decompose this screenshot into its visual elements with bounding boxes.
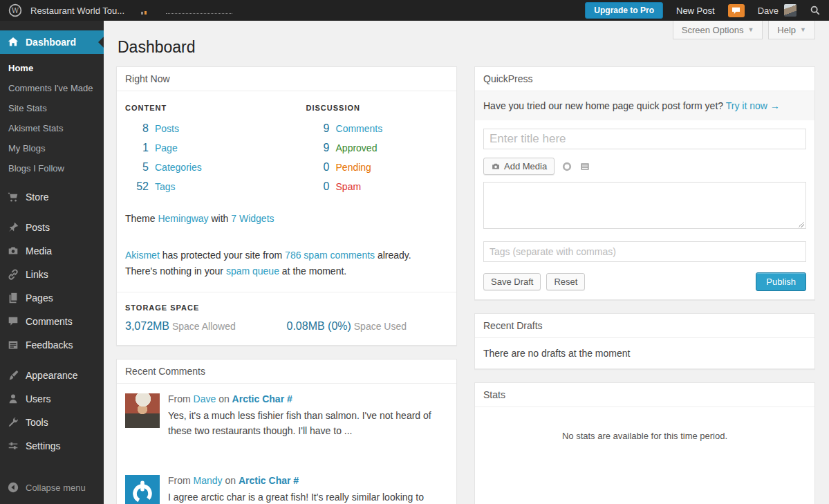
main-content: Screen Options ▼ Help ▼ Dashboard Right … [104,21,829,504]
notice-text: Have you tried our new home page quick p… [483,100,723,111]
notifications-speech-bubble-icon[interactable] [728,4,745,17]
sidebar-subitem-my-blogs[interactable]: My Blogs [0,138,104,158]
tags-link[interactable]: Tags [155,181,176,192]
recent-comments-widget: Recent Comments From Dave on Arctic Char… [116,359,457,504]
sidebar-item-pages[interactable]: Pages [0,286,104,310]
search-icon[interactable] [810,5,821,16]
wordpress-logo-icon[interactable]: W [8,3,22,17]
widgets-link[interactable]: 7 Widgets [231,213,274,224]
comment-on-label: on [218,393,230,404]
wrench-icon [7,416,19,429]
help-tab[interactable]: Help ▼ [768,21,815,39]
pending-link[interactable]: Pending [336,162,371,173]
commenter-avatar[interactable] [125,393,160,428]
comment-author-link[interactable]: Mandy [194,475,223,486]
reset-button[interactable]: Reset [546,273,585,290]
sidebar-item-posts[interactable]: Posts [0,216,104,239]
space-used-value[interactable]: 0.08MB (0%) [287,320,351,332]
post-content-textarea[interactable] [483,182,806,229]
right-now-widget: Right Now CONTENT 8 Posts 1 [116,66,457,346]
sidebar-item-tools[interactable]: Tools [0,411,104,434]
sidebar-item-appearance[interactable]: Appearance [0,364,104,387]
sidebar-item-comments[interactable]: Comments [0,310,104,333]
sidebar-item-label: Comments [26,316,73,327]
sidebar-item-label: Links [26,269,48,280]
pushpin-icon [7,221,19,234]
posts-count[interactable]: 8 [125,122,149,135]
sidebar-item-dashboard[interactable]: Dashboard [0,30,104,54]
sidebar-item-links[interactable]: Links [0,263,104,286]
comments-count[interactable]: 9 [306,122,330,135]
approved-count[interactable]: 9 [306,142,330,154]
sidebar-item-label: Feedbacks [26,339,73,351]
commenter-avatar[interactable] [125,475,160,504]
custom-form-icon[interactable] [579,161,590,172]
sidebar-item-label: Settings [26,440,61,451]
tags-count[interactable]: 52 [125,180,149,193]
sidebar-item-users[interactable]: Users [0,387,104,411]
user-name: Dave [758,6,779,16]
sidebar-item-label: Tools [26,417,48,428]
sidebar-item-settings[interactable]: Settings [0,434,104,458]
account-menu[interactable]: Dave [758,4,797,17]
stats-sparkline[interactable] [141,6,147,15]
comments-link[interactable]: Comments [336,123,383,134]
table-row: 0 Spam [306,177,448,196]
stats-empty-text: No stats are available for this time per… [475,407,814,504]
space-allowed-label: Space Allowed [172,321,236,332]
sidebar-subitem-home[interactable]: Home [0,58,104,78]
comment-author-link[interactable]: Dave [194,393,216,404]
posts-link[interactable]: Posts [155,123,179,134]
sidebar-item-media[interactable]: Media [0,239,104,263]
space-allowed-value[interactable]: 3,072MB [125,320,169,332]
user-avatar [784,4,797,17]
comment-post-link[interactable]: Arctic Char # [239,475,299,486]
upgrade-to-pro-button[interactable]: Upgrade to Pro [585,2,663,19]
sidebar-item-label: Appearance [26,370,78,381]
spam-queue-link[interactable]: spam queue [226,265,279,277]
comment-post-link[interactable]: Arctic Char # [232,393,292,404]
approved-link[interactable]: Approved [336,142,378,153]
pending-count[interactable]: 0 [306,161,330,174]
spam-comments-link[interactable]: 786 spam comments [285,250,375,261]
akismet-text: There's nothing in your [125,265,223,277]
spam-link[interactable]: Spam [336,181,362,192]
spam-count[interactable]: 0 [306,180,330,193]
sidebar-item-feedbacks[interactable]: Feedbacks [0,333,104,357]
akismet-link[interactable]: Akismet [125,250,160,261]
table-row: 8 Posts [125,119,306,138]
pages-link[interactable]: Page [155,142,178,153]
comment-item: From Mandy on Arctic Char # I agree arct… [117,465,456,504]
pages-count[interactable]: 1 [125,142,149,154]
site-name[interactable]: Restaurant World Tou... [30,6,124,16]
comment-from-label: From [168,475,191,486]
sidebar-subitem-site-stats[interactable]: Site Stats [0,98,104,118]
recent-drafts-empty-text: There are no drafts at the moment [475,338,814,368]
categories-link[interactable]: Categories [155,162,202,173]
post-tags-input[interactable] [483,241,806,262]
sidebar-item-label: Media [26,245,52,256]
comment-on-label: on [225,475,236,486]
try-it-now-link[interactable]: Try it now → [726,100,780,111]
screen-options-tab[interactable]: Screen Options ▼ [673,21,763,39]
sparkline-baseline [166,7,232,14]
add-media-button[interactable]: Add Media [483,158,555,175]
collapse-menu-button[interactable]: Collapse menu [0,476,104,499]
screen-options-label: Screen Options [682,21,744,39]
polls-icon[interactable] [561,161,572,172]
svg-text:W: W [12,6,19,15]
sidebar-item-store[interactable]: Store [0,185,104,209]
sidebar-subitem-comments-ive-made[interactable]: Comments I've Made [0,78,104,98]
new-post-link[interactable]: New Post [676,6,715,16]
widget-title: Recent Drafts [475,314,814,338]
publish-button[interactable]: Publish [756,272,806,291]
sidebar-subitem-akismet-stats[interactable]: Akismet Stats [0,118,104,138]
categories-count[interactable]: 5 [125,161,149,174]
post-title-input[interactable] [483,129,806,149]
sidebar-subitem-blogs-i-follow[interactable]: Blogs I Follow [0,158,104,178]
form-icon [7,339,19,351]
save-draft-button[interactable]: Save Draft [483,273,541,290]
help-label: Help [777,21,796,39]
theme-link[interactable]: Hemingway [158,213,208,224]
theme-info: Theme Hemingway with 7 Widgets [125,213,448,224]
